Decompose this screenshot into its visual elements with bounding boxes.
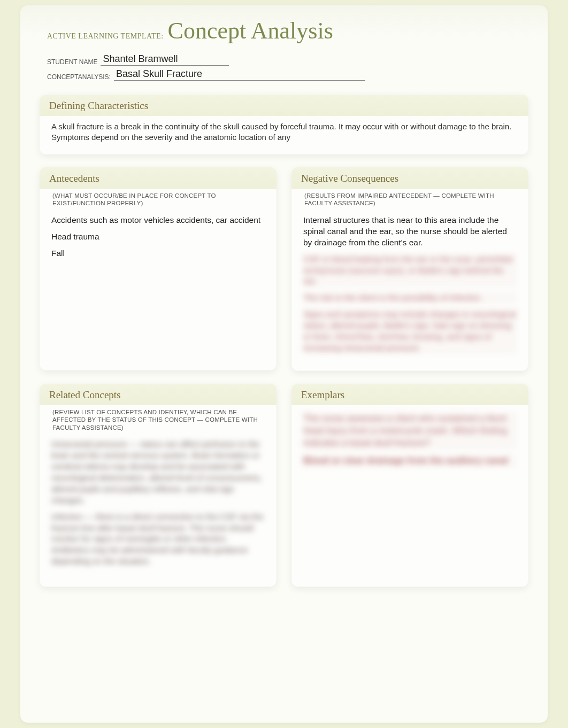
antecedents-p1: Accidents such as motor vehicles acciden…	[51, 215, 265, 226]
student-name-row: STUDENT NAME Shantel Bramwell	[47, 54, 528, 66]
antecedents-body: Accidents such as motor vehicles acciden…	[40, 211, 277, 267]
antecedents-card: Antecedents (WHAT MUST OCCUR/BE IN PLACE…	[40, 167, 277, 370]
exemplars-blur2: Blood or clear drainage from the auditor…	[303, 455, 517, 467]
related-header: Related Concepts	[40, 384, 277, 405]
defining-header: Defining Characteristics	[40, 95, 528, 116]
negative-sub: (RESULTS FROM IMPAIRED ANTECEDENT — COMP…	[291, 189, 528, 211]
antecedents-sub: (WHAT MUST OCCUR/BE IN PLACE FOR CONCEPT…	[40, 189, 277, 211]
defining-card: Defining Characteristics A skull fractur…	[40, 95, 528, 155]
related-sub: (REVIEW LIST OF CONCEPTS AND IDENTIFY, W…	[40, 405, 277, 435]
row-antecedents-negative: Antecedents (WHAT MUST OCCUR/BE IN PLACE…	[40, 167, 528, 384]
exemplars-body: The nurse assesses a client who sustaine…	[291, 405, 528, 475]
student-name-label: STUDENT NAME	[47, 58, 97, 66]
negative-blur1: CSF or blood leaking from the ear or the…	[303, 254, 517, 288]
negative-body: Internal structures that is near to this…	[291, 211, 528, 361]
negative-header: Negative Consequences	[291, 167, 528, 189]
title-main: Concept Analysis	[168, 17, 333, 44]
negative-blur2: The risk to the client is the possibilit…	[303, 292, 517, 304]
row-related-exemplars: Related Concepts (REVIEW LIST OF CONCEPT…	[40, 384, 528, 600]
antecedents-header: Antecedents	[40, 167, 277, 189]
concept-name-value: Basal Skull Fracture	[114, 69, 365, 81]
antecedents-col: Antecedents (WHAT MUST OCCUR/BE IN PLACE…	[40, 167, 277, 384]
related-body: Intracranial pressure — status can affec…	[40, 435, 277, 575]
exemplars-col: Exemplars The nurse assesses a client wh…	[291, 384, 528, 600]
negative-blur3: Signs and symptoms may include changes i…	[303, 309, 517, 354]
meta-block: STUDENT NAME Shantel Bramwell CONCEPTANA…	[47, 54, 528, 81]
concept-name-row: CONCEPTANALYSIS: Basal Skull Fracture	[47, 69, 528, 81]
related-blur2: Infection — there is a direct connection…	[51, 512, 265, 568]
title-prefix: ACTIVE LEARNING TEMPLATE:	[47, 32, 164, 41]
negative-card: Negative Consequences (RESULTS FROM IMPA…	[291, 167, 528, 371]
exemplars-blur1: The nurse assesses a client who sustaine…	[303, 413, 517, 450]
defining-body: A skull fracture is a break in the conti…	[40, 116, 528, 145]
antecedents-p2: Head trauma	[51, 231, 265, 243]
negative-p1: Internal structures that is near to this…	[303, 215, 517, 249]
template-page: ACTIVE LEARNING TEMPLATE: Concept Analys…	[20, 5, 548, 723]
exemplars-card: Exemplars The nurse assesses a client wh…	[291, 384, 528, 587]
related-card: Related Concepts (REVIEW LIST OF CONCEPT…	[40, 384, 277, 587]
page-title-row: ACTIVE LEARNING TEMPLATE: Concept Analys…	[47, 17, 528, 44]
student-name-value: Shantel Bramwell	[101, 54, 229, 66]
antecedents-p3: Fall	[51, 248, 265, 259]
related-col: Related Concepts (REVIEW LIST OF CONCEPT…	[40, 384, 277, 600]
exemplars-header: Exemplars	[291, 384, 528, 405]
negative-col: Negative Consequences (RESULTS FROM IMPA…	[291, 167, 528, 384]
related-blur1: Intracranial pressure — status can affec…	[51, 439, 265, 506]
concept-name-label: CONCEPTANALYSIS:	[47, 73, 111, 81]
